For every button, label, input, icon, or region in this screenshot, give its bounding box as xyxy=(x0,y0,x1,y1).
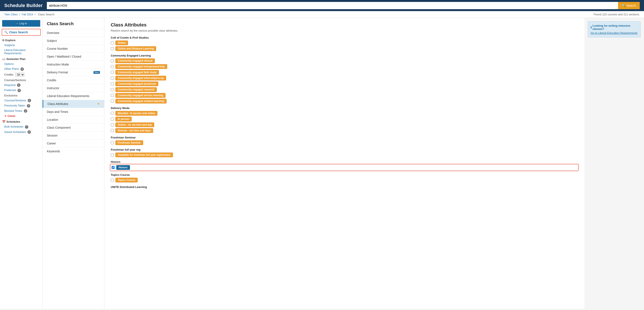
middle-panel-item[interactable]: Career xyxy=(42,139,104,147)
middle-panel-item[interactable]: Subject xyxy=(42,37,104,45)
attr-checkbox[interactable] xyxy=(111,123,114,126)
attr-checkbox[interactable] xyxy=(111,59,114,62)
middle-panel-item[interactable]: Delivery FormatNew xyxy=(42,68,104,76)
middle-panel-item[interactable]: Session xyxy=(42,131,104,139)
sidebar-item-options[interactable]: Options xyxy=(0,61,42,66)
attr-tag[interactable]: Blended - in person and online xyxy=(116,111,158,116)
attr-tag[interactable]: Community engaged student teaching xyxy=(116,99,166,103)
attr-item: Community engaged student teaching xyxy=(111,99,578,103)
sidebar-item-prev-taken[interactable]: Previously Taken 0 xyxy=(0,103,42,108)
middle-panel-item-label: Class Attributes xyxy=(48,102,68,106)
search-input[interactable] xyxy=(47,2,618,9)
sidebar-item-built-schedules[interactable]: Built Schedules ? xyxy=(0,124,42,129)
exclusions-label: Exclusions xyxy=(0,93,42,98)
middle-panel-item[interactable]: Instruction Mode xyxy=(42,60,104,68)
attr-checkbox[interactable] xyxy=(111,141,114,144)
search-icon: 🔍 xyxy=(622,4,626,7)
attr-tag[interactable]: Community engaged practicum xyxy=(116,81,158,86)
attr-tag[interactable]: Community engaged entrepreneurship xyxy=(116,64,167,69)
credits-select[interactable]: 16 xyxy=(15,73,24,77)
sidebar-item-subjects[interactable]: Subjects xyxy=(0,43,42,48)
attr-tag[interactable]: Community engaged clinical xyxy=(116,58,155,63)
middle-panel-item-label: Keywords xyxy=(47,149,60,153)
middle-panel-item[interactable]: Open / Waitlisted / Closed xyxy=(42,53,104,60)
sidebar-item-required[interactable]: Required 0 xyxy=(0,83,42,88)
required-badge: 0 xyxy=(17,83,20,87)
attr-checkbox[interactable] xyxy=(111,100,114,103)
middle-panel-item[interactable]: Class Component xyxy=(42,123,104,131)
sidebar-item-preferred[interactable]: Preferred 0 xyxy=(0,88,42,93)
sidebar-item-saved-schedules[interactable]: Saved Schedules 0 xyxy=(0,129,42,135)
sidebar-item-liberal-ed[interactable]: Liberal Education Requirements xyxy=(0,48,42,56)
middle-panel-item[interactable]: Credits xyxy=(42,76,104,84)
attr-tag[interactable]: Community engaged internship/co-op xyxy=(116,76,166,80)
middle-panel-item[interactable]: Days and Times xyxy=(42,108,104,116)
attr-tag[interactable]: Honors xyxy=(116,165,130,170)
sidebar-item-courses-excl[interactable]: Courses/Sections 0 xyxy=(0,98,42,103)
middle-panel-item[interactable]: Keywords xyxy=(42,147,104,155)
attr-checkbox[interactable] xyxy=(111,47,114,50)
breadcrumb-fall-2024[interactable]: Fall 2024 xyxy=(22,13,33,16)
attr-checkbox[interactable] xyxy=(111,112,114,115)
attr-item: Community engaged practicum xyxy=(111,81,578,86)
sidebar-item-other-plans[interactable]: Other Plans 0 xyxy=(0,66,42,72)
attr-tag[interactable]: Remote - set time and days xyxy=(116,128,153,133)
middle-panel-item[interactable]: Class Attributes▼ xyxy=(42,100,104,108)
attr-item: Community engaged service learning xyxy=(111,93,578,98)
breadcrumb-twin-cities[interactable]: Twin Cities xyxy=(4,13,18,16)
sidebar-item-blocked-times[interactable]: Blocked Times 0 xyxy=(0,108,42,114)
attr-checkbox[interactable] xyxy=(111,82,114,85)
attr-tag[interactable]: In person xyxy=(116,117,132,121)
blocked-times-badge: 0 xyxy=(24,109,27,113)
attr-checkbox[interactable] xyxy=(111,65,114,68)
attr-item: Community engaged clinical xyxy=(111,58,578,63)
middle-panel-item-label: Open / Waitlisted / Closed xyxy=(47,55,81,58)
attr-group-title: Coll of Contin & Prof Studies xyxy=(111,36,578,39)
search-icon: 🔍 xyxy=(4,31,8,34)
preferred-badge: 0 xyxy=(18,89,21,92)
attr-tag[interactable]: Online xyxy=(116,41,128,45)
middle-panel-item[interactable]: Course Number xyxy=(42,45,104,53)
login-button[interactable]: → Log in xyxy=(2,20,40,27)
attr-group-title: Community Engaged Learning xyxy=(111,54,578,57)
info-box-link[interactable]: Go to Liberal Education Requirements xyxy=(590,31,638,35)
saved-schedules-badge: 0 xyxy=(28,130,31,134)
sidebar-class-search[interactable]: 🔍 Class Search xyxy=(2,29,41,36)
other-plans-badge: 0 xyxy=(20,67,24,71)
info-panel: ℹ Looking for writing intensive classes?… xyxy=(584,18,644,309)
middle-panel-item-label: Class Component xyxy=(47,126,70,129)
attr-tag[interactable]: Topics Course xyxy=(116,178,138,182)
middle-panel-item[interactable]: Liberal Education Requirements xyxy=(42,92,104,100)
middle-panel-items: OverviewSubjectCourse NumberOpen / Waitl… xyxy=(42,29,104,155)
attr-tag[interactable]: Community engaged service learning xyxy=(116,93,166,98)
middle-panel-item-label: Location xyxy=(47,118,58,121)
middle-panel-item[interactable]: Instructor xyxy=(42,84,104,92)
attr-checkbox[interactable] xyxy=(111,153,114,157)
main-content: Class Attributes Restrict search by the … xyxy=(104,18,584,309)
attr-tag[interactable]: Available for freshman full year registr… xyxy=(116,152,173,157)
sidebar-delete[interactable]: ✕ Delete xyxy=(0,113,42,118)
attr-checkbox[interactable] xyxy=(111,71,114,74)
attr-group-title: Topics Course xyxy=(111,173,578,177)
attr-checkbox[interactable] xyxy=(111,179,114,182)
middle-panel-item[interactable]: Location xyxy=(42,116,104,123)
attr-checkbox[interactable] xyxy=(111,77,114,80)
search-bar: 🔍 Search xyxy=(47,2,640,9)
attr-checkbox[interactable] xyxy=(111,117,114,120)
login-icon: → xyxy=(15,22,18,25)
attr-checkbox[interactable] xyxy=(111,88,114,91)
attr-groups: Coll of Contin & Prof StudiesOnlineOnlin… xyxy=(111,36,578,189)
attr-checkbox[interactable] xyxy=(111,41,114,44)
attr-checkbox[interactable] xyxy=(111,94,114,97)
attr-tag[interactable]: Freshman Seminar xyxy=(116,140,143,145)
middle-panel-item-label: Subject xyxy=(47,39,57,43)
attr-checkbox[interactable] xyxy=(111,129,114,132)
attr-tag[interactable]: Online - no set time and day xyxy=(116,122,154,127)
attr-tag[interactable]: Community engaged field study xyxy=(116,70,159,75)
attr-tag[interactable]: Community engaged research xyxy=(116,87,157,92)
attr-tag[interactable]: Online and Distance Learning xyxy=(116,46,156,51)
middle-panel-item[interactable]: Overview xyxy=(42,29,104,37)
search-button[interactable]: 🔍 Search xyxy=(618,2,640,9)
attr-checkbox[interactable] xyxy=(112,166,114,169)
main-layout: → Log in 🔍 Class Search ⊙ Explore Subjec… xyxy=(0,18,644,309)
